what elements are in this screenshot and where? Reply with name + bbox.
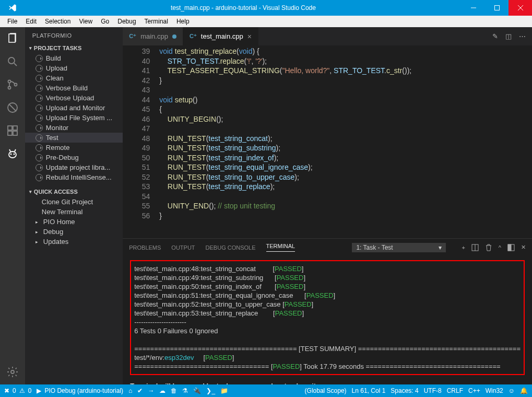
status-target[interactable]: Win32 (486, 387, 503, 394)
run-icon (36, 85, 43, 92)
terminal-selector[interactable]: 1: Task - Test▾ (352, 243, 446, 252)
status-problems[interactable]: ✖0 ⚠0 (4, 387, 31, 394)
status-bar: ✖0 ⚠0 ▶ PIO Debug (arduino-tutorial) ⌂ ✔… (0, 384, 532, 397)
quick-pio-home[interactable]: PIO Home (25, 217, 123, 227)
split-editor-icon[interactable]: ◫ (505, 32, 512, 40)
task-verbose-build[interactable]: Verbose Build (25, 83, 123, 93)
svg-rect-12 (8, 126, 12, 130)
svg-rect-15 (13, 126, 17, 130)
new-terminal-icon[interactable]: + (462, 244, 465, 251)
task-test[interactable]: Test (25, 133, 123, 143)
flask-icon[interactable]: ⚗ (182, 387, 188, 394)
minimize-button[interactable] (462, 0, 485, 16)
status-cursor[interactable]: Ln 61, Col 1 (352, 387, 386, 394)
arrow-right-icon[interactable]: → (148, 387, 154, 394)
trash-status-icon[interactable]: 🗑 (171, 387, 177, 394)
tab-test-main-cpp[interactable]: C⁺test_main.cpp× (183, 27, 258, 45)
status-scope[interactable]: (Global Scope) (305, 387, 347, 394)
explorer-icon[interactable] (6, 32, 19, 45)
status-lang[interactable]: C++ (468, 387, 480, 394)
close-button[interactable] (509, 0, 532, 16)
status-eol[interactable]: CRLF (447, 387, 463, 394)
sidebar: PLATFORMIO PROJECT TASKS BuildUploadClea… (25, 27, 123, 384)
menu-selection[interactable]: Selection (41, 17, 75, 26)
quick-clone-git-project[interactable]: Clone Git Project (25, 197, 123, 207)
folder-status-icon[interactable]: 📁 (220, 387, 228, 394)
task-upload[interactable]: Upload (25, 63, 123, 73)
run-icon (36, 114, 43, 122)
quick-new-terminal[interactable]: New Terminal (25, 207, 123, 217)
svg-point-17 (10, 154, 11, 155)
menu-file[interactable]: File (3, 17, 21, 26)
debug-icon[interactable] (6, 101, 19, 114)
run-icon (36, 55, 43, 62)
trash-icon[interactable] (485, 244, 492, 251)
tab-main-cpp[interactable]: C⁺main.cpp (123, 27, 183, 45)
status-debug-launch[interactable]: ▶ PIO Debug (arduino-tutorial) (37, 387, 123, 394)
chevron-up-icon[interactable]: ^ (499, 244, 501, 251)
home-icon[interactable]: ⌂ (128, 387, 132, 394)
menu-help[interactable]: Help (172, 17, 194, 26)
code-content[interactable]: void test_string_replace(void) { STR_TO_… (159, 46, 532, 238)
code-editor[interactable]: 394041424344454647484950515253545556 voi… (123, 45, 532, 238)
task-clean[interactable]: Clean (25, 73, 123, 83)
plug-icon[interactable]: 🔌 (193, 387, 201, 394)
menu-terminal[interactable]: Terminal (140, 17, 172, 26)
task-upload-file-system-[interactable]: Upload File System ... (25, 113, 123, 123)
task-build[interactable]: Build (25, 53, 123, 63)
run-icon (36, 75, 43, 82)
close-panel-icon[interactable]: ✕ (521, 244, 526, 251)
search-icon[interactable] (6, 55, 19, 68)
run-icon (36, 95, 43, 102)
panel-tab-debug-console[interactable]: DEBUG CONSOLE (206, 244, 256, 251)
status-spaces[interactable]: Spaces: 4 (391, 387, 418, 394)
task-verbose-upload[interactable]: Verbose Upload (25, 93, 123, 103)
quick-updates[interactable]: Updates (25, 237, 123, 247)
maximize-button[interactable] (485, 0, 509, 16)
menu-edit[interactable]: Edit (21, 17, 41, 26)
task-monitor[interactable]: Monitor (25, 123, 123, 133)
close-tab-icon[interactable]: × (247, 32, 252, 41)
vscode-logo (0, 3, 25, 13)
terminal-output[interactable]: test\test_main.cpp:48:test_string_concat… (123, 256, 532, 384)
task-pre-debug[interactable]: Pre-Debug (25, 153, 123, 162)
platformio-icon[interactable] (6, 147, 19, 160)
svg-point-8 (8, 87, 10, 89)
run-icon (36, 174, 43, 181)
terminal-status-icon[interactable]: ❯_ (206, 387, 215, 394)
status-encoding[interactable]: UTF-8 (424, 387, 442, 394)
compare-icon[interactable]: ✎ (492, 32, 498, 40)
more-icon[interactable]: ⋯ (519, 32, 526, 40)
run-icon (36, 154, 43, 161)
menu-debug[interactable]: Debug (113, 17, 140, 26)
panel-tabs: PROBLEMSOUTPUTDEBUG CONSOLETERMINAL 1: T… (123, 239, 532, 256)
panel-tab-output[interactable]: OUTPUT (171, 244, 195, 251)
extensions-icon[interactable] (6, 124, 19, 137)
task-upload-and-monitor[interactable]: Upload and Monitor (25, 103, 123, 113)
quick-access-header[interactable]: QUICK ACCESS (25, 186, 123, 197)
svg-rect-4 (9, 34, 15, 42)
menu-view[interactable]: View (75, 17, 97, 26)
settings-icon[interactable] (6, 366, 19, 378)
bell-icon[interactable]: 🔔 (520, 387, 528, 394)
run-icon (36, 65, 43, 72)
svg-point-9 (14, 84, 17, 86)
menu-bar: FileEditSelectionViewGoDebugTerminalHelp (0, 16, 532, 27)
check-icon[interactable]: ✔ (137, 387, 143, 394)
project-tasks-header[interactable]: PROJECT TASKS (25, 43, 123, 53)
run-icon (36, 104, 43, 112)
panel-tab-problems[interactable]: PROBLEMS (129, 244, 161, 251)
run-icon (36, 124, 43, 132)
feedback-icon[interactable]: ☺ (509, 387, 515, 394)
svg-point-16 (9, 151, 16, 158)
scm-icon[interactable] (6, 78, 19, 91)
quick-debug[interactable]: Debug (25, 227, 123, 237)
maximize-panel-icon[interactable] (507, 244, 515, 251)
task-rebuild-intellisense-[interactable]: Rebuild IntelliSense... (25, 172, 123, 182)
menu-go[interactable]: Go (97, 17, 113, 26)
task-update-project-libra-[interactable]: Update project libra... (25, 162, 123, 172)
panel-tab-terminal[interactable]: TERMINAL (266, 243, 295, 252)
split-terminal-icon[interactable] (471, 244, 479, 251)
task-remote[interactable]: Remote (25, 143, 123, 153)
cloud-upload-icon[interactable]: ☁ (159, 387, 165, 394)
